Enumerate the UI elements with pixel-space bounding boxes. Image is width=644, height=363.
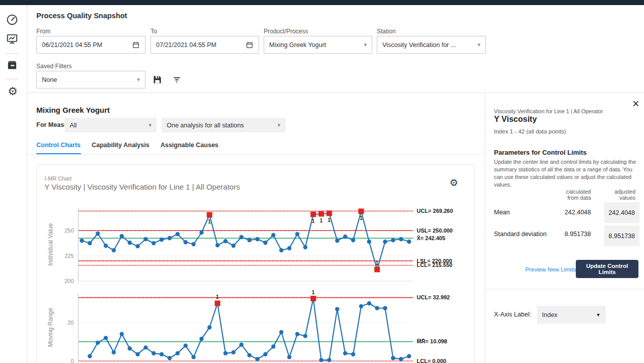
svg-text:0: 0 (71, 358, 74, 363)
saved-filters-value: None (42, 76, 57, 83)
params-title: Parameters for Control Limits (494, 149, 587, 156)
panel-subtitle: Viscosity Verification for Line 1 | All … (494, 108, 603, 114)
stddev-calculated-value: 8.951738 (551, 231, 591, 238)
mean-row-label: Mean (494, 209, 510, 216)
svg-text:UCL= 32.992: UCL= 32.992 (417, 294, 450, 300)
save-filter-button[interactable] (152, 74, 163, 85)
col-calculated-header: calculated from data (551, 189, 591, 201)
col-adjusted-header: adjusted values (599, 189, 635, 201)
filter-lines-icon (172, 75, 182, 85)
chevron-down-icon: ▾ (148, 122, 152, 128)
chart-type-label: I-MR Chart (44, 175, 72, 182)
tab-strip-divider (27, 154, 484, 155)
svg-text:225: 225 (65, 253, 74, 259)
sidebar-divider (6, 79, 19, 79)
analysis-mode-value: One analysis for all stations (167, 122, 244, 129)
to-label: To (151, 28, 157, 35)
svg-text:1: 1 (376, 260, 379, 266)
update-control-limits-button[interactable]: Update Control Limits (576, 260, 638, 278)
mean-calculated-value: 242.4048 (551, 209, 591, 216)
svg-text:1: 1 (320, 218, 323, 223)
gauge-icon (6, 13, 20, 26)
saved-filters-label: Saved Filters (36, 63, 72, 70)
tab-capability-analysis[interactable]: Capability Analysis (92, 142, 150, 155)
to-date-input[interactable] (151, 36, 259, 54)
saved-filters-select[interactable]: None ▾ (36, 71, 145, 88)
index-range-label: Index 1 - 42 (all data points) (494, 128, 566, 134)
station-value: Viscosity Verification for ... (382, 41, 456, 49)
calendar-icon[interactable] (132, 41, 140, 49)
sidebar-nav: ⚙ (0, 5, 27, 363)
product-process-select[interactable]: Mixing Greek Yogurt ▾ (264, 36, 372, 54)
close-icon[interactable]: × (632, 98, 639, 109)
svg-text:X̄= 242.405: X̄= 242.405 (417, 235, 445, 241)
gear-icon: ⚙ (8, 85, 18, 98)
top-navigation-bar (0, 0, 644, 5)
svg-text:LCL= 0.000: LCL= 0.000 (417, 358, 446, 363)
gear-icon: ⚙ (450, 177, 458, 188)
section-title: Mixing Greek Yogurt (36, 106, 110, 114)
from-label: From (36, 28, 51, 35)
svg-text:Individual Value: Individual Value (47, 223, 54, 265)
header-divider (27, 93, 644, 93)
moving-range-chart: UCL= 32.992M̄R̄= 10.098LCL= 0.00011200Mo… (40, 290, 470, 363)
sidebar-divider (6, 53, 19, 54)
sidebar-item-archive[interactable] (6, 59, 20, 73)
panel-section-divider (485, 289, 644, 289)
svg-text:USL= 250.000: USL= 250.000 (417, 228, 453, 234)
preview-new-limits-link[interactable]: Preview New Limits (525, 266, 576, 273)
svg-text:250: 250 (65, 228, 74, 234)
chevron-down-icon: ▾ (477, 41, 480, 48)
sidebar-item-dashboard[interactable] (6, 13, 20, 27)
chart-settings-button[interactable]: ⚙ (450, 177, 458, 189)
xaxis-select[interactable]: Index ▼ (537, 306, 606, 324)
stddev-adjusted-input[interactable]: 8.951738 (604, 225, 639, 246)
chevron-down-icon: ▾ (364, 41, 367, 48)
page-title: Process Quality Snapshot (36, 12, 127, 20)
dropdown-arrow-icon: ▼ (596, 312, 601, 317)
svg-text:Moving Range: Moving Range (47, 307, 54, 347)
product-process-value: Mixing Greek Yogurt (269, 41, 326, 49)
individual-value-chart: UCL= 269.260USL= 250.000X̄= 242.405LSL= … (40, 204, 470, 292)
svg-text:1: 1 (312, 218, 315, 224)
svg-text:LCL= 215.550: LCL= 215.550 (417, 262, 453, 268)
station-select[interactable]: Viscosity Verification for ... ▾ (377, 36, 486, 54)
tab-control-charts[interactable]: Control Charts (36, 142, 81, 155)
sidebar-item-monitoring[interactable] (6, 32, 20, 47)
svg-text:200: 200 (65, 278, 74, 284)
sidebar-item-settings[interactable]: ⚙ (6, 85, 20, 99)
from-date-input[interactable] (36, 36, 145, 54)
analysis-mode-select[interactable]: One analysis for all stations ▾ (162, 118, 285, 132)
chevron-down-icon: ▾ (137, 76, 140, 83)
to-date-value[interactable] (156, 41, 245, 49)
mean-adjusted-input[interactable]: 242.4048 (604, 202, 639, 223)
product-process-label: Product/Process (264, 28, 308, 35)
monitor-chart-icon (6, 32, 20, 46)
stddev-row-label: Standard deviation (494, 231, 547, 238)
svg-text:M̄R̄= 10.098: M̄R̄= 10.098 (417, 338, 447, 344)
station-label: Station (377, 28, 395, 35)
svg-text:1: 1 (216, 294, 219, 300)
floppy-save-icon (152, 74, 163, 85)
svg-text:1: 1 (360, 215, 363, 221)
tab-assignable-causes[interactable]: Assignable Causes (161, 142, 219, 155)
xaxis-value: Index (542, 311, 558, 319)
archive-box-icon (6, 59, 20, 72)
chart-title: Y Viscosity | Viscosity Verification for… (44, 183, 240, 191)
svg-text:UCL= 269.260: UCL= 269.260 (417, 208, 453, 214)
svg-text:20: 20 (68, 320, 74, 326)
from-date-value[interactable] (42, 41, 132, 49)
svg-text:1: 1 (328, 217, 331, 223)
right-panel-divider (485, 93, 485, 363)
tab-strip: Control Charts Capability Analysis Assig… (36, 142, 218, 155)
chevron-down-icon: ▾ (277, 122, 280, 128)
svg-text:1: 1 (208, 219, 211, 224)
xaxis-label: X-Axis Label: (494, 311, 531, 318)
measure-value: All (70, 122, 77, 129)
calendar-icon[interactable] (245, 41, 254, 49)
filter-button[interactable] (172, 75, 182, 85)
params-description: Update the center line and control limit… (494, 158, 641, 189)
panel-title: Y Viscosity (494, 115, 537, 124)
svg-text:1: 1 (312, 290, 315, 295)
measure-select[interactable]: All ▾ (65, 118, 157, 132)
